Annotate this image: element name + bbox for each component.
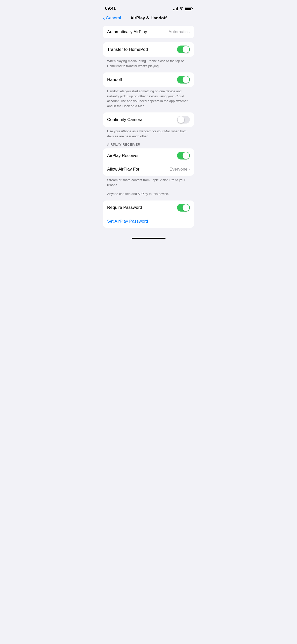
airplay-receiver-row: AirPlay Receiver <box>103 148 194 163</box>
wifi-icon <box>179 7 183 11</box>
airplay-receiver-section: AIRPLAY RECEIVER AirPlay Receiver Allow … <box>103 143 194 196</box>
airplay-receiver-card: AirPlay Receiver Allow AirPlay For Every… <box>103 148 194 176</box>
airplay-receiver-description-2: Anyone can see and AirPlay to this devic… <box>103 189 194 196</box>
transfer-handoff-section: Transfer to HomePod When playing media, … <box>103 42 194 139</box>
auto-airplay-label: Automatically AirPlay <box>107 29 147 34</box>
home-indicator <box>99 234 198 241</box>
handoff-card: Handoff <box>103 72 194 87</box>
password-card: Require Password Set AirPlay Password <box>103 200 194 228</box>
allow-airplay-chevron-icon: › <box>189 167 190 172</box>
auto-airplay-section: Automatically AirPlay Automatic › <box>103 26 194 38</box>
status-bar: 09:41 <box>99 0 198 14</box>
continuity-camera-label: Continuity Camera <box>107 117 143 122</box>
handoff-label: Handoff <box>107 77 122 82</box>
auto-airplay-value: Automatic › <box>168 29 190 34</box>
require-password-label: Require Password <box>107 205 142 210</box>
airplay-receiver-toggle[interactable] <box>177 152 190 159</box>
handoff-description: Handoff lets you start something on one … <box>103 87 194 108</box>
airplay-receiver-section-label: AIRPLAY RECEIVER <box>103 143 194 146</box>
continuity-camera-description: Use your iPhone as a webcam for your Mac… <box>103 127 194 139</box>
airplay-receiver-label: AirPlay Receiver <box>107 153 139 158</box>
back-button[interactable]: ‹ General <box>103 16 121 21</box>
transfer-handoff-card: Transfer to HomePod <box>103 42 194 57</box>
handoff-toggle[interactable] <box>177 76 190 84</box>
set-airplay-password-row[interactable]: Set AirPlay Password <box>103 215 194 228</box>
transfer-homepod-toggle[interactable] <box>177 46 190 53</box>
auto-airplay-chevron-icon: › <box>189 30 190 34</box>
toggle-thumb <box>183 76 189 83</box>
handoff-row: Handoff <box>103 72 194 87</box>
continuity-camera-row: Continuity Camera <box>103 112 194 127</box>
require-password-toggle[interactable] <box>177 204 190 212</box>
status-icons <box>173 7 192 11</box>
nav-header: ‹ General AirPlay & Handoff <box>99 14 198 24</box>
auto-airplay-card: Automatically AirPlay Automatic › <box>103 26 194 38</box>
allow-airplay-for-value: Everyone › <box>169 167 190 172</box>
toggle-thumb <box>183 46 189 53</box>
allow-airplay-for-label: Allow AirPlay For <box>107 167 139 172</box>
allow-airplay-for-value-text: Everyone <box>169 167 188 172</box>
content-area: Automatically AirPlay Automatic › Transf… <box>99 26 198 228</box>
transfer-homepod-row: Transfer to HomePod <box>103 42 194 57</box>
toggle-thumb <box>183 204 189 211</box>
transfer-homepod-description: When playing media, bring iPhone close t… <box>103 57 194 68</box>
toggle-thumb <box>183 152 189 159</box>
require-password-row: Require Password <box>103 200 194 215</box>
home-bar <box>132 238 165 239</box>
password-section: Require Password Set AirPlay Password <box>103 200 194 228</box>
status-time: 09:41 <box>105 6 116 11</box>
airplay-receiver-description-1: Stream or share content from Apple Visio… <box>103 176 194 187</box>
battery-icon <box>185 7 192 10</box>
continuity-camera-card: Continuity Camera <box>103 112 194 127</box>
allow-airplay-for-row[interactable]: Allow AirPlay For Everyone › <box>103 163 194 176</box>
auto-airplay-value-text: Automatic <box>168 29 188 34</box>
toggle-thumb <box>178 116 184 123</box>
back-label: General <box>106 16 121 21</box>
auto-airplay-row[interactable]: Automatically AirPlay Automatic › <box>103 26 194 38</box>
back-chevron-icon: ‹ <box>103 16 105 21</box>
page-title: AirPlay & Handoff <box>130 16 167 21</box>
signal-icon <box>173 7 178 10</box>
set-airplay-password-label: Set AirPlay Password <box>107 219 148 224</box>
transfer-homepod-label: Transfer to HomePod <box>107 47 148 52</box>
continuity-camera-toggle[interactable] <box>177 116 190 124</box>
